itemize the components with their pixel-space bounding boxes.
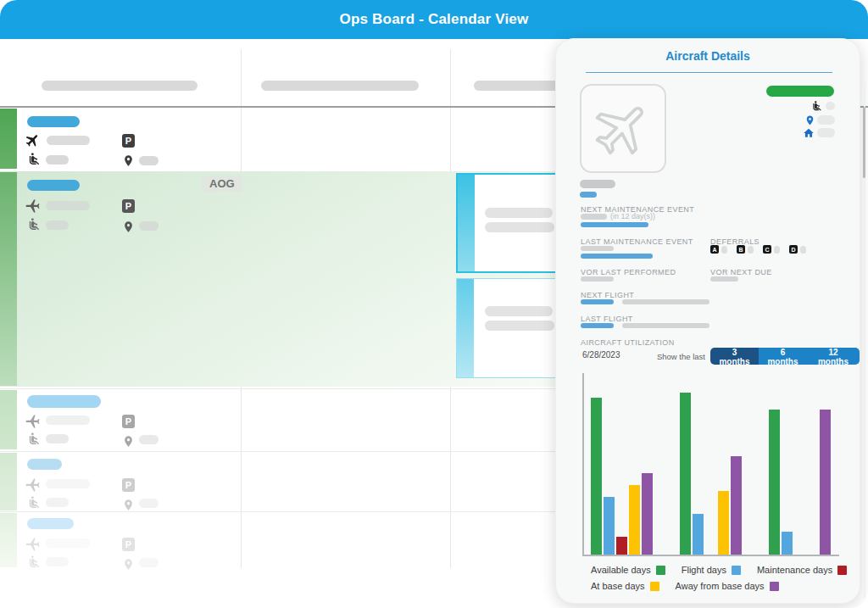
vor-last-value-placeholder bbox=[581, 276, 614, 282]
column-header-placeholder bbox=[261, 81, 419, 91]
range-button-3-months[interactable]: 3 months bbox=[710, 348, 759, 365]
row-status-stripe bbox=[0, 172, 17, 386]
page-title: Ops Board - Calendar View bbox=[340, 11, 529, 28]
bar-flight-days bbox=[782, 532, 793, 555]
tail-number-placeholder bbox=[27, 180, 80, 191]
seat-value-placeholder bbox=[826, 102, 835, 110]
legend-label: Away from base days bbox=[676, 581, 765, 591]
bar-group-3 bbox=[769, 410, 831, 555]
last-flight-label: LAST FLIGHT bbox=[581, 315, 633, 323]
deferral-item-a: A bbox=[710, 245, 727, 254]
card-accent-stripe bbox=[458, 175, 475, 271]
utilization-range-group: 3 months6 months12 months bbox=[710, 348, 860, 365]
seat-info-placeholder bbox=[46, 434, 69, 443]
seat-icon bbox=[810, 99, 823, 112]
aircraft-row-4[interactable]: P bbox=[0, 451, 559, 511]
bar-at-base-days bbox=[629, 485, 640, 555]
last-maintenance-label: LAST MAINTENANCE EVENT bbox=[581, 237, 693, 246]
seat-info-placeholder bbox=[46, 498, 69, 507]
scrollbar-thumb[interactable] bbox=[863, 107, 865, 178]
utilization-date: 6/28/2023 bbox=[582, 350, 620, 360]
next-flight-label: NEXT FLIGHT bbox=[581, 291, 634, 299]
location-info-placeholder bbox=[139, 221, 159, 231]
aircraft-top-icon bbox=[24, 535, 41, 552]
legend-label: Maintenance days bbox=[757, 565, 832, 575]
bar-group-1 bbox=[591, 398, 653, 555]
flight-info-placeholder bbox=[47, 136, 90, 145]
parking-icon: P bbox=[122, 538, 135, 551]
location-pin-icon bbox=[121, 496, 136, 513]
aircraft-row-3[interactable]: P bbox=[0, 388, 559, 450]
vor-next-label: VOR NEXT DUE bbox=[710, 268, 772, 276]
tail-number-placeholder bbox=[27, 518, 74, 529]
bar-flight-days bbox=[693, 514, 704, 555]
legend-item-at-base-days: At base days bbox=[591, 581, 659, 591]
bar-available-days bbox=[680, 393, 691, 555]
deferral-count-placeholder bbox=[721, 246, 727, 254]
card-text-placeholder bbox=[485, 222, 554, 232]
deferral-item-c: C bbox=[763, 245, 780, 254]
seat-info-placeholder bbox=[46, 155, 69, 165]
bar-away-from-base-days bbox=[731, 456, 742, 555]
last-maintenance-value-placeholder bbox=[581, 246, 614, 251]
seat-info-placeholder bbox=[46, 220, 69, 230]
parking-icon: P bbox=[122, 478, 135, 492]
deferral-count-placeholder bbox=[800, 246, 806, 254]
column-header-placeholder bbox=[42, 81, 198, 91]
vor-last-label: VOR LAST PERFORMED bbox=[581, 268, 676, 276]
panel-title: Aircraft Details bbox=[556, 49, 860, 63]
bar-away-from-base-days bbox=[820, 410, 831, 555]
panel-title-underline bbox=[586, 72, 832, 73]
seat-icon bbox=[26, 215, 42, 232]
column-header-placeholder bbox=[474, 81, 563, 91]
aircraft-row-1[interactable]: P bbox=[0, 108, 559, 170]
seat-info-placeholder bbox=[46, 557, 69, 566]
card-accent-stripe bbox=[457, 279, 474, 377]
location-info-placeholder bbox=[139, 156, 159, 165]
row-status-stripe bbox=[0, 453, 17, 510]
schedule-event-card[interactable] bbox=[456, 173, 559, 273]
card-text-placeholder bbox=[485, 306, 553, 316]
legend-item-available-days: Available days bbox=[591, 565, 665, 575]
last-flight-value-placeholder bbox=[622, 323, 709, 328]
utilization-chart bbox=[582, 373, 839, 556]
flight-takeoff-icon bbox=[24, 131, 41, 148]
deferral-badge: C bbox=[763, 245, 771, 254]
row-status-stripe bbox=[0, 390, 17, 449]
flight-info-placeholder bbox=[46, 479, 90, 488]
next-flight-link-placeholder bbox=[581, 299, 614, 304]
last-maintenance-link-placeholder bbox=[581, 254, 653, 259]
deferral-count-placeholder bbox=[774, 246, 780, 254]
chart-legend-row-2: At base daysAway from base days bbox=[591, 581, 779, 591]
home-base-value-placeholder bbox=[817, 128, 835, 137]
tail-number-placeholder bbox=[27, 459, 62, 470]
legend-item-maintenance-days: Maintenance days bbox=[757, 565, 847, 575]
legend-swatch bbox=[656, 566, 665, 575]
bar-available-days bbox=[769, 410, 780, 555]
location-pin-icon bbox=[121, 432, 136, 449]
range-button-6-months[interactable]: 6 months bbox=[759, 348, 807, 365]
aircraft-link-placeholder bbox=[580, 192, 597, 198]
ops-board-page: Ops Board - Calendar View P AOG P bbox=[0, 0, 868, 608]
aog-status-badge: AOG bbox=[202, 176, 242, 192]
location-value-placeholder bbox=[817, 115, 835, 125]
location-pin-icon bbox=[121, 218, 136, 235]
location-info-placeholder bbox=[139, 499, 159, 508]
last-flight-link-placeholder bbox=[581, 323, 614, 328]
bar-available-days bbox=[591, 398, 602, 555]
seat-icon bbox=[26, 150, 42, 167]
schedule-event-card[interactable] bbox=[456, 278, 559, 378]
range-button-12-months[interactable]: 12 months bbox=[807, 348, 860, 365]
aircraft-type-placeholder bbox=[580, 180, 615, 188]
row-status-stripe bbox=[0, 513, 17, 567]
chart-legend-row-1: Available daysFlight daysMaintenance day… bbox=[591, 565, 847, 575]
aircraft-row-5[interactable]: P bbox=[0, 511, 559, 568]
deferral-item-d: D bbox=[789, 245, 806, 254]
bar-maintenance-days bbox=[616, 537, 627, 555]
status-badge bbox=[766, 86, 834, 97]
location-info-placeholder bbox=[139, 558, 159, 567]
next-maintenance-link-placeholder bbox=[581, 222, 648, 227]
bar-away-from-base-days bbox=[642, 473, 653, 555]
flight-info-placeholder bbox=[46, 201, 90, 210]
next-flight-value-placeholder bbox=[622, 299, 709, 304]
